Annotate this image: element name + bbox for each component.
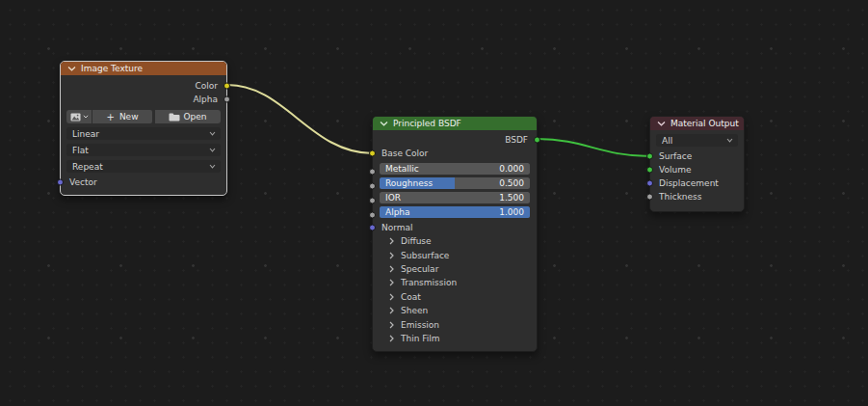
chevron-down-icon[interactable] — [380, 121, 388, 126]
socket-displacement-input[interactable] — [646, 180, 653, 187]
slider-group: Metallic 0.000 — [380, 163, 530, 175]
node-editor-canvas[interactable]: Image Texture Color Alpha + New — [0, 0, 868, 406]
extension-value: Repeat — [72, 162, 103, 172]
input-label: Volume — [659, 165, 691, 175]
socket-color-output[interactable] — [224, 83, 230, 90]
interpolation-dropdown[interactable]: Linear — [66, 127, 221, 140]
open-image-button[interactable]: Open — [155, 110, 221, 123]
chevron-down-icon — [209, 148, 216, 152]
node-material-output[interactable]: Material Output All Surface Volume Displ… — [649, 116, 745, 212]
input-label: Vector — [69, 177, 97, 187]
browse-image-button[interactable] — [66, 110, 92, 123]
panel-coat[interactable]: Coat — [373, 290, 537, 304]
panel-label: Thin Film — [401, 334, 440, 343]
panel-emission[interactable]: Emission — [373, 317, 537, 331]
socket-alpha-input[interactable] — [369, 212, 376, 219]
slider-group: Roughness 0.500 — [380, 177, 530, 189]
node-title: Image Texture — [81, 64, 143, 73]
panel-diffuse[interactable]: Diffuse — [373, 234, 537, 248]
socket-thickness-input[interactable] — [646, 194, 653, 201]
slider-label: Alpha — [385, 207, 410, 217]
slider-label: IOR — [385, 193, 401, 203]
socket-base-color-input[interactable] — [369, 150, 376, 157]
extension-dropdown[interactable]: Repeat — [66, 160, 221, 173]
socket-metallic-input[interactable] — [369, 169, 376, 176]
input-row-volume: Volume — [650, 163, 744, 176]
output-row-bsdf: BSDF — [373, 133, 537, 147]
slider-value: 1.000 — [499, 207, 524, 217]
slider-group: IOR 1.500 — [380, 192, 530, 203]
ior-slider[interactable]: IOR 1.500 — [380, 192, 530, 203]
link-color-to-basecolor[interactable] — [227, 85, 373, 153]
metallic-slider[interactable]: Metallic 0.000 — [380, 163, 530, 175]
panel-label: Subsurface — [401, 251, 449, 260]
input-row-normal: Normal — [373, 221, 537, 234]
socket-normal-input[interactable] — [369, 225, 376, 231]
socket-vector-input[interactable] — [57, 179, 64, 186]
new-image-label: New — [119, 112, 139, 122]
material-output-header[interactable]: Material Output — [650, 117, 744, 130]
target-value: All — [662, 136, 672, 146]
image-icon — [70, 113, 81, 122]
slider-label: Roughness — [385, 178, 433, 188]
chevron-down-icon — [726, 138, 733, 143]
socket-alpha-output[interactable] — [224, 96, 230, 103]
chevron-down-icon[interactable] — [67, 66, 76, 71]
panel-label: Coat — [401, 292, 421, 302]
chevron-right-icon — [389, 237, 394, 245]
panel-subsurface[interactable]: Subsurface — [373, 248, 537, 261]
principled-bsdf-header[interactable]: Principled BSDF — [373, 117, 537, 130]
chevron-down-icon[interactable] — [657, 121, 666, 126]
input-row-displacement: Displacement — [650, 176, 744, 190]
input-label: Normal — [381, 223, 413, 232]
slider-value: 0.000 — [499, 164, 524, 174]
socket-ior-input[interactable] — [369, 198, 376, 204]
panel-label: Specular — [401, 264, 438, 274]
panel-label: Transmission — [401, 278, 457, 287]
output-row-alpha: Alpha — [61, 93, 226, 106]
node-principled-bsdf[interactable]: Principled BSDF BSDF Base Color Metallic… — [372, 116, 538, 352]
output-row-color: Color — [61, 79, 226, 93]
alpha-slider[interactable]: Alpha 1.000 — [380, 206, 530, 218]
chevron-right-icon — [389, 335, 394, 342]
target-dropdown[interactable]: All — [656, 134, 738, 147]
output-label: BSDF — [505, 135, 528, 145]
node-title: Principled BSDF — [393, 119, 461, 128]
panel-sheen[interactable]: Sheen — [373, 304, 537, 317]
socket-bsdf-output[interactable] — [534, 137, 540, 144]
chevron-right-icon — [389, 279, 394, 286]
input-row-base-color: Base Color — [373, 147, 537, 160]
input-label: Displacement — [659, 178, 719, 188]
new-image-button[interactable]: + New — [92, 110, 152, 123]
input-label: Base Color — [381, 149, 428, 158]
projection-dropdown[interactable]: Flat — [66, 144, 221, 156]
node-image-texture[interactable]: Image Texture Color Alpha + New — [60, 61, 227, 196]
roughness-slider[interactable]: Roughness 0.500 — [380, 177, 530, 189]
panel-transmission[interactable]: Transmission — [373, 276, 537, 289]
input-label: Thickness — [659, 192, 701, 202]
socket-volume-input[interactable] — [646, 167, 653, 174]
chevron-right-icon — [389, 265, 394, 273]
socket-surface-input[interactable] — [646, 153, 653, 160]
plus-icon: + — [106, 112, 114, 122]
image-texture-header[interactable]: Image Texture — [61, 62, 226, 75]
slider-label: Metallic — [385, 164, 419, 174]
slider-group: Alpha 1.000 — [380, 206, 530, 218]
input-label: Surface — [659, 151, 692, 161]
chevron-down-icon — [209, 131, 216, 136]
slider-value: 0.500 — [499, 178, 524, 188]
image-datablock-row: + New Open — [66, 110, 221, 123]
link-bsdf-to-surface[interactable] — [538, 139, 649, 156]
projection-value: Flat — [72, 146, 89, 155]
output-label: Alpha — [193, 95, 218, 104]
panel-thin-film[interactable]: Thin Film — [373, 332, 537, 345]
panel-label: Diffuse — [401, 236, 432, 246]
panel-specular[interactable]: Specular — [373, 262, 537, 276]
interpolation-value: Linear — [72, 129, 99, 139]
socket-roughness-input[interactable] — [369, 183, 376, 190]
chevron-right-icon — [389, 252, 394, 259]
input-row-surface: Surface — [650, 149, 744, 163]
chevron-down-icon — [83, 115, 89, 119]
chevron-right-icon — [389, 293, 394, 301]
chevron-right-icon — [389, 321, 394, 329]
